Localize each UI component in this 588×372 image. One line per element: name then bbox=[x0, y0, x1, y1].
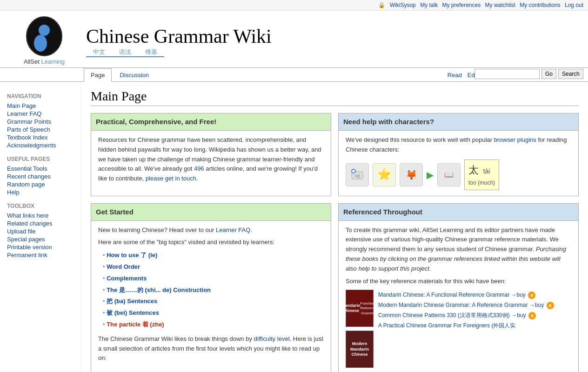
tab-discussion[interactable]: Discussion bbox=[113, 68, 156, 82]
chrome-icon: +z bbox=[346, 163, 369, 186]
sidebar-item-textbook-index[interactable]: Textbook Index bbox=[7, 133, 76, 141]
my-watchlist-link[interactable]: My watchlist bbox=[485, 2, 515, 8]
page-title: Main Page bbox=[91, 89, 579, 106]
key-materials-text: Some of the key reference materials for … bbox=[346, 277, 571, 286]
search-button[interactable]: Search bbox=[558, 69, 583, 79]
my-preferences-link[interactable]: My preferences bbox=[442, 2, 481, 8]
content-area: Main Page Practical, Comprehensive, and … bbox=[81, 82, 588, 372]
amazon-icon-2: a bbox=[547, 302, 554, 309]
referenced-box: Referenced Throughout To create this gra… bbox=[338, 203, 579, 372]
arrow-icon: ▶ bbox=[427, 167, 434, 182]
sidebar-item-what-links-here[interactable]: What links here bbox=[7, 212, 76, 219]
subtitle-zhongwen: 中文 bbox=[86, 48, 112, 57]
get-started-box: Get Started New to learning Chinese? Hea… bbox=[91, 203, 331, 372]
rikaichan-icon: 📖 bbox=[437, 163, 461, 186]
list-item: The 是……的 (shi... de) Construction bbox=[103, 285, 324, 296]
book-covers: MandarinChineseFunctionalReferenceGramma… bbox=[346, 290, 374, 368]
site-logo bbox=[21, 15, 67, 57]
top-bar: 🔒 WikiSysop My talk My preferences My wa… bbox=[0, 0, 588, 11]
contact-link[interactable]: please get in touch bbox=[146, 175, 196, 182]
bei-link[interactable]: 被 (bei) Sentences bbox=[107, 309, 159, 316]
star-icon: ⭐ bbox=[373, 163, 396, 186]
book-link-2[interactable]: Modern Mandarin Chinese Grammar: A Refer… bbox=[378, 302, 528, 308]
book-link-3[interactable]: Common Chinese Patterns 330 (汉语常用格式330例) bbox=[378, 312, 510, 319]
list-item: Word Order bbox=[103, 261, 324, 273]
sidebar-item-grammar-points[interactable]: Grammar Points bbox=[7, 118, 76, 126]
complements-link[interactable]: Complements bbox=[107, 275, 147, 282]
user-icon: 🔒 bbox=[378, 2, 385, 8]
word-order-link[interactable]: Word Order bbox=[107, 263, 140, 270]
logo-area: AllSet Learning bbox=[7, 15, 81, 67]
buy-link-3[interactable]: →buy bbox=[511, 312, 526, 319]
subtitle-wiki: 维基 bbox=[138, 48, 164, 57]
amazon-icon-1: a bbox=[528, 292, 535, 299]
list-item: 把 (ba) Sentences bbox=[103, 296, 324, 307]
logout-link[interactable]: Log out bbox=[565, 2, 583, 8]
get-started-intro: New to learning Chinese? Head over to ou… bbox=[98, 226, 324, 235]
le-link[interactable]: How to use 了 (le) bbox=[107, 252, 157, 259]
bottom-content-grid: Get Started New to learning Chinese? Hea… bbox=[91, 203, 579, 372]
zhe-link[interactable]: The particle 着 (zhe) bbox=[107, 321, 164, 328]
site-title: Chinese Grammar Wiki bbox=[86, 26, 581, 47]
characters-box-title: Need help with characters? bbox=[339, 113, 578, 131]
tab-page[interactable]: Page bbox=[84, 68, 112, 82]
sidebar-item-recent-changes[interactable]: Recent changes bbox=[7, 173, 76, 180]
learner-faq-link[interactable]: Learner FAQ bbox=[216, 226, 250, 233]
useful-pages-section-title: Useful Pages bbox=[7, 156, 76, 162]
site-title-area: Chinese Grammar Wiki 中文 语法 维基 bbox=[81, 26, 581, 57]
practical-box: Practical, Comprehensive, and Free! Reso… bbox=[91, 113, 331, 196]
sidebar-item-acknowledgments[interactable]: Acknowledgments bbox=[7, 141, 76, 149]
big-topics-list: How to use 了 (le) Word Order Complements… bbox=[98, 247, 324, 331]
amazon-icon-3: a bbox=[528, 312, 536, 319]
my-contributions-link[interactable]: My contributions bbox=[520, 2, 560, 8]
book-link-4[interactable]: A Practical Chinese Grammar For Foreigne… bbox=[378, 322, 515, 329]
search-input[interactable] bbox=[474, 69, 540, 79]
svg-point-6 bbox=[352, 170, 355, 173]
sidebar-item-related-changes[interactable]: Related changes bbox=[7, 219, 76, 227]
article-count-link[interactable]: 496 bbox=[194, 165, 204, 172]
sidebar-item-random-page[interactable]: Random page bbox=[7, 180, 76, 188]
book-cover-1: MandarinChineseFunctionalReferenceGramma… bbox=[346, 290, 374, 327]
read-link[interactable]: Read bbox=[448, 72, 462, 79]
sidebar-item-essential-tools[interactable]: Essential Tools bbox=[7, 165, 76, 173]
ba-link[interactable]: 把 (ba) Sentences bbox=[107, 298, 157, 305]
subtitle-yufa: 语法 bbox=[112, 48, 138, 57]
practical-box-body: Resources for Chinese grammar have been … bbox=[98, 135, 324, 184]
toolbox-section-title: Toolbox bbox=[7, 203, 76, 209]
header: AllSet Learning Chinese Grammar Wiki 中文 … bbox=[0, 11, 588, 68]
sidebar-item-special-pages[interactable]: Special pages bbox=[7, 235, 76, 243]
referenced-title: Referenced Throughout bbox=[339, 204, 578, 221]
difficulty-text: The Chinese Grammar Wiki likes to break … bbox=[98, 334, 324, 363]
list-item: The particle 着 (zhe) bbox=[103, 319, 324, 331]
big-topics-intro: Here are some of the "big topics" visite… bbox=[98, 238, 324, 247]
list-item: 被 (bei) Sentences bbox=[103, 307, 324, 319]
svg-point-1 bbox=[39, 25, 50, 36]
sidebar-item-main-page[interactable]: Main Page bbox=[7, 102, 76, 110]
sidebar-item-printable-version[interactable]: Printable version bbox=[7, 243, 76, 251]
sidebar-item-learner-faq[interactable]: Learner FAQ bbox=[7, 110, 76, 118]
tooltip-preview: 太 tài too (much) bbox=[464, 159, 499, 190]
shi-de-link[interactable]: The 是……的 (shi... de) Construction bbox=[107, 286, 211, 293]
sidebar-item-permanent-link[interactable]: Permanent link bbox=[7, 251, 76, 259]
buy-link-1[interactable]: →buy bbox=[511, 292, 525, 298]
browser-plugins-link[interactable]: browser plugins bbox=[494, 136, 536, 143]
book-cover-2: ModernMandarinChinese bbox=[346, 331, 374, 368]
book-link-1[interactable]: Mandarin Chinese: A Functional Reference… bbox=[378, 292, 509, 298]
book-list-item: A Practical Chinese Grammar For Foreigne… bbox=[378, 320, 571, 331]
go-button[interactable]: Go bbox=[541, 69, 556, 79]
practical-box-title: Practical, Comprehensive, and Free! bbox=[91, 113, 331, 131]
tooltip-meaning: too (much) bbox=[468, 179, 495, 186]
sidebar-item-parts-of-speech[interactable]: Parts of Speech bbox=[7, 126, 76, 133]
main-layout: Navigation Main Page Learner FAQ Grammar… bbox=[0, 82, 588, 372]
logo-text: AllSet Learning bbox=[24, 58, 65, 65]
svg-point-2 bbox=[34, 35, 47, 52]
tooltip-pinyin: tài bbox=[483, 167, 490, 175]
sidebar-item-upload-file[interactable]: Upload file bbox=[7, 227, 76, 235]
buy-link-2[interactable]: →buy bbox=[529, 302, 544, 308]
sidebar-item-help[interactable]: Help bbox=[7, 188, 76, 196]
username-link[interactable]: WikiSysop bbox=[390, 2, 416, 8]
my-talk-link[interactable]: My talk bbox=[420, 2, 438, 8]
site-subtitle: 中文 语法 维基 bbox=[86, 48, 581, 57]
list-item: Complements bbox=[103, 273, 324, 285]
difficulty-link[interactable]: difficulty level bbox=[254, 335, 290, 342]
